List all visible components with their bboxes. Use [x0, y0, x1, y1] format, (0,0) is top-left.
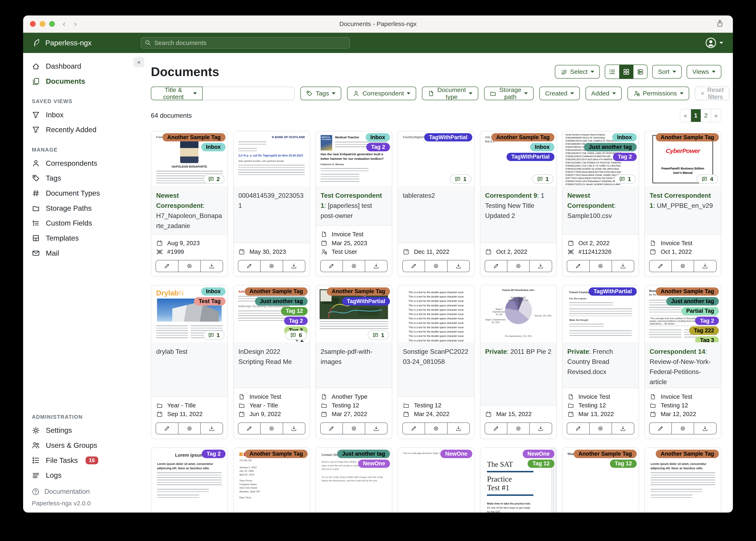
comments-count-pill[interactable]: 1	[450, 175, 471, 184]
tag-pill-tag-2[interactable]: Tag 2	[284, 317, 308, 325]
document-card[interactable]: ❋ BANK OF SCOTLAND2,0 % p. a. auf Ihr Ta…	[233, 131, 310, 277]
detail-view-button[interactable]	[633, 65, 647, 78]
document-thumbnail[interactable]: ❋ BANK OF SCOTLAND2,0 % p. a. auf Ihr Ta…	[234, 131, 310, 186]
document-correspondent[interactable]: Newest Correspondent	[567, 192, 614, 209]
sidebar-item-settings[interactable]: Settings	[23, 423, 140, 438]
title-content-input[interactable]	[203, 87, 295, 100]
tag-pill-newone[interactable]: NewOne	[358, 460, 390, 468]
filter-document-type-button[interactable]: Document type	[422, 87, 478, 100]
edit-button[interactable]	[485, 260, 507, 272]
document-correspondent[interactable]: Private	[567, 348, 589, 355]
document-title[interactable]: Sonstige ScanPC2022 03-24_081058	[398, 342, 474, 397]
sidebar-item-mail[interactable]: Mail	[23, 246, 140, 261]
edit-button[interactable]	[567, 422, 589, 434]
tag-pill-inbox[interactable]: Inbox	[201, 287, 226, 296]
document-card[interactable]: Lorem ipsumLorem ipsum dolor sit amet, c…	[151, 447, 228, 513]
document-thumbnail[interactable]: French Country BreadFor the LeavenMake t…	[562, 285, 639, 342]
download-button[interactable]	[612, 260, 634, 272]
sidebar-item-correspondents[interactable]: Correspondents	[23, 156, 140, 171]
edit-button[interactable]	[649, 260, 672, 272]
pagination-nav[interactable]: «	[680, 109, 690, 122]
tag-pill-inbox[interactable]: Inbox	[612, 133, 637, 142]
document-title[interactable]: Test Correspondent 1: UM_PPBE_en_v29	[645, 186, 721, 235]
document-card[interactable]: CyberPowerPowerPanel® Business EditionUs…	[644, 131, 721, 277]
documentation-link[interactable]: Documentation	[32, 488, 131, 495]
tag-pill-tag-12[interactable]: Tag 12	[281, 307, 308, 315]
app-brand[interactable]: Paperless-ngx	[23, 38, 141, 47]
download-button[interactable]	[365, 260, 387, 272]
document-title[interactable]: drylab Test	[151, 342, 227, 397]
document-thumbnail[interactable]: AdobeInDesign Scripting DocumentationAno…	[234, 285, 310, 342]
tag-pill-just-another-tag[interactable]: Just another tag	[666, 297, 719, 305]
pagination-page-2[interactable]: 2	[701, 109, 711, 122]
view-button[interactable]	[178, 260, 201, 272]
document-thumbnail[interactable]: This is a test for the double space char…	[398, 285, 474, 342]
download-button[interactable]	[530, 422, 552, 434]
document-card[interactable]: Serial Number,Company Name,Employe978818…	[562, 131, 639, 277]
download-button[interactable]	[201, 422, 223, 434]
document-thumbnail[interactable]: Lorem ipsumLorem ipsum dolor sit amet, c…	[151, 448, 227, 513]
tag-pill-tag-2[interactable]: Tag 2	[202, 450, 226, 458]
document-title[interactable]: 0004814539_20230531	[234, 186, 310, 243]
document-thumbnail[interactable]: Patient BP Distribution 2011Isolated Sys…	[480, 285, 556, 342]
sidebar-item-logs[interactable]: Logs	[23, 468, 140, 483]
document-title[interactable]: Correspondent 9: 1 Testing New Title Upd…	[480, 186, 556, 243]
document-card[interactable]: Patient BP Distribution 2011Isolated Sys…	[480, 285, 557, 439]
document-thumbnail[interactable]: one,1.0five,5.0Another Sample TagInboxTa…	[480, 131, 556, 186]
sidebar-collapse-button[interactable]: «	[133, 57, 144, 67]
document-thumbnail[interactable]: This is a multi page document. Page 1.Ne…	[398, 448, 474, 513]
tag-pill-another-sample-tag[interactable]: Another Sample Tag	[245, 287, 308, 296]
document-card[interactable]: Test Name123-456-789January 2, 2022July …	[233, 447, 310, 513]
search-input[interactable]	[141, 37, 350, 49]
document-card[interactable]: Contact Sheet DemoGiven a set of image f…	[315, 447, 392, 513]
document-thumbnail[interactable]: Contact Sheet DemoGiven a set of image f…	[316, 448, 392, 513]
tag-pill-tagwithpartial[interactable]: TagWithPartial	[424, 133, 472, 142]
edit-button[interactable]	[320, 422, 343, 434]
sidebar-item-recently-added[interactable]: Recently Added	[23, 122, 140, 137]
tag-pill-tag-12[interactable]: Tag 12	[610, 460, 637, 468]
tag-pill-tagwithpartial[interactable]: TagWithPartial	[507, 153, 555, 161]
edit-button[interactable]	[238, 422, 261, 434]
tag-pill-tagwithpartial[interactable]: TagWithPartial	[342, 297, 390, 305]
download-button[interactable]	[694, 260, 716, 272]
document-correspondent[interactable]: Private	[485, 348, 507, 355]
document-thumbnail[interactable]: Another Sample TagTagWithPartial1	[316, 285, 392, 342]
select-button[interactable]: Select	[555, 65, 600, 78]
edit-button[interactable]	[156, 260, 178, 272]
document-card[interactable]: Lorem ipsumLorem ipsum dolor sit amet, c…	[644, 447, 721, 513]
title-content-dropdown[interactable]: Title & content	[151, 87, 202, 100]
download-button[interactable]	[365, 422, 387, 434]
tag-pill-another-sample-tag[interactable]: Another Sample Tag	[162, 133, 226, 142]
document-card[interactable]: This is a test for the double space char…	[398, 285, 475, 439]
tag-pill-just-another-tag[interactable]: Just another tag	[584, 143, 637, 151]
document-title[interactable]: Private: 2011 BP Pie 2	[480, 342, 556, 405]
comments-count-pill[interactable]: 1	[614, 175, 636, 184]
document-card[interactable]: Francja pod rzNAPOLEON BONAPARTEDojście …	[151, 131, 228, 277]
document-card[interactable]: DrylabNInboxTest Tag1drylab TestYear - T…	[151, 285, 228, 439]
view-button[interactable]	[178, 422, 201, 434]
tag-pill-another-sample-tag[interactable]: Another Sample Tag	[574, 450, 637, 458]
download-button[interactable]	[283, 260, 305, 272]
tag-pill-inbox[interactable]: Inbox	[366, 133, 390, 142]
document-title[interactable]: Private: French Country Bread Revised.do…	[562, 342, 639, 388]
comments-count-pill[interactable]: 6	[285, 330, 307, 340]
document-card[interactable]: Another Sample TagTagWithPartial12sample…	[315, 285, 392, 439]
document-card[interactable]: MEDICAL TEACHERMedical TeacherHas the ne…	[315, 131, 392, 277]
document-title[interactable]: tablerates2	[398, 186, 474, 243]
document-thumbnail[interactable]: CyberPowerPowerPanel® Business EditionUs…	[645, 131, 721, 186]
view-button[interactable]	[261, 260, 283, 272]
tag-pill-newone[interactable]: NewOne	[440, 450, 472, 458]
document-thumbnail[interactable]: DrylabNInboxTest Tag1	[151, 285, 227, 342]
sidebar-item-documents[interactable]: Documents	[23, 74, 140, 89]
download-button[interactable]	[448, 422, 470, 434]
filter-tags-button[interactable]: Tags	[300, 87, 341, 100]
document-thumbnail[interactable]: Francja pod rzNAPOLEON BONAPARTEDojście …	[151, 131, 227, 186]
document-title[interactable]: Correspondent 14: Review-of-New-York-Fed…	[645, 342, 721, 388]
document-card[interactable]: Country,Region/State,"TagWithPartial1tab…	[398, 131, 475, 277]
view-button[interactable]	[261, 422, 283, 434]
document-correspondent[interactable]: Correspondent 9	[485, 192, 537, 199]
tag-pill-another-sample-tag[interactable]: Another Sample Tag	[245, 450, 308, 458]
download-button[interactable]	[283, 422, 305, 434]
view-button[interactable]	[343, 422, 365, 434]
tag-pill-tag-3[interactable]: Tag 3	[695, 336, 719, 342]
